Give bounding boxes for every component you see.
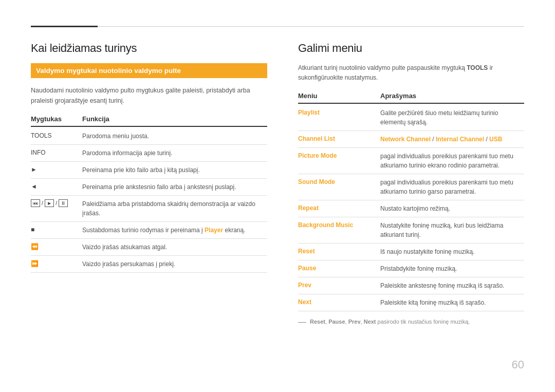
right-title: Galimi meniu <box>298 42 524 55</box>
menu-item-value: Galite peržiūrėti šiuo metu leidžiamų tu… <box>380 108 524 127</box>
table-row: Repeat Nustato kartojimo režimą. <box>298 200 524 217</box>
left-table-header: Mygtukas Funkcija <box>31 115 267 127</box>
table-row: TOOLS Parodoma meniu juosta. <box>31 128 267 145</box>
table-row: Next Paleiskite kitą foninę muziką iš są… <box>298 294 524 311</box>
table-row: ⏮ / ► / ⏸ Paleidžiama arba pristabdoma s… <box>31 196 267 222</box>
menu-item-key: Reset <box>298 247 380 255</box>
menu-link: Pause <box>298 265 316 272</box>
row-value: Pereinama prie kito failo arba į kitą pu… <box>82 165 267 175</box>
table-row: ⏩ Vaizdo įrašas persukamas į priekį. <box>31 256 267 273</box>
menu-item-key: Background Music <box>298 221 380 229</box>
menu-item-value: Nustato kartojimo režimą. <box>380 204 524 213</box>
row-value: Pereinama prie ankstesnio failo arba į a… <box>82 182 267 192</box>
table-row: INFO Parodoma informacija apie turinį. <box>31 145 267 162</box>
menu-link: Playlist <box>298 109 320 116</box>
row-key: ► <box>31 165 82 173</box>
right-description: Atkuriant turinį nuotolinio valdymo pult… <box>298 63 524 83</box>
left-col1-header: Mygtukas <box>31 115 82 123</box>
footnote-text: Reset, Pause, Prev, Next pasirodo tik nu… <box>310 319 470 325</box>
usb-link: USB <box>489 136 502 143</box>
menu-item-key: Next <box>298 298 380 306</box>
highlight-box: Valdymo mygtukai nuotolinio valdymo pult… <box>31 63 267 78</box>
menu-link: Picture Mode <box>298 152 337 159</box>
menu-item-value: Iš naujo nustatykite foninę muziką. <box>380 247 524 256</box>
right-col2-header: Aprašymas <box>380 92 524 100</box>
table-row: Reset Iš naujo nustatykite foninę muziką… <box>298 244 524 260</box>
table-row: Background Music Nustatykite foninę muzi… <box>298 217 524 244</box>
menu-item-key: Pause <box>298 264 380 272</box>
table-row: Playlist Galite peržiūrėti šiuo metu lei… <box>298 105 524 131</box>
row-key: INFO <box>31 148 82 156</box>
table-row: ■ Sustabdomas turinio rodymas ir pereina… <box>31 222 267 239</box>
table-row: Pause Pristabdykite foninę muziką. <box>298 260 524 277</box>
menu-link: Sound Mode <box>298 178 335 185</box>
table-row: Sound Mode pagal individualius poreikius… <box>298 174 524 200</box>
footnote: Reset, Pause, Prev, Next pasirodo tik nu… <box>298 318 524 326</box>
left-title: Kai leidžiamas turinys <box>31 42 267 55</box>
row-key: ⏩ <box>31 259 82 267</box>
menu-item-key: Prev <box>298 281 380 289</box>
menu-item-value: Nustatykite foninę muziką, kuri bus leid… <box>380 221 524 239</box>
row-value: Paleidžiama arba pristabdoma skaidrių de… <box>82 199 267 218</box>
top-line <box>31 26 524 27</box>
menu-link: Channel List <box>298 135 335 142</box>
row-value: Parodoma meniu juosta. <box>82 132 267 141</box>
menu-link: Reset <box>298 248 315 255</box>
menu-link: Prev <box>298 282 311 289</box>
page: Kai leidžiamas turinys Valdymo mygtukai … <box>0 0 555 392</box>
row-key: ■ <box>31 226 82 233</box>
footnote-dash <box>298 322 306 323</box>
menu-item-value: pagal individualius poreikius parenkami … <box>380 152 524 170</box>
player-link: Player <box>205 227 223 234</box>
top-line-separator <box>98 26 524 27</box>
menu-item-value: Network Channel / Internal Channel / USB <box>380 135 524 144</box>
table-row: ◄ Pereinama prie ankstesnio failo arba į… <box>31 179 267 196</box>
menu-item-value: Paleiskite kitą foninę muziką iš sąrašo. <box>380 298 524 307</box>
right-table-header: Meniu Aprašymas <box>298 92 524 104</box>
row-key: ◄ <box>31 182 82 190</box>
row-key: TOOLS <box>31 132 82 139</box>
table-row: Prev Paleiskite ankstesnę foninę muziką … <box>298 277 524 294</box>
right-col1-header: Meniu <box>298 92 380 100</box>
menu-item-key: Repeat <box>298 204 380 212</box>
row-key: ⏪ <box>31 242 82 250</box>
left-description: Naudodami nuotolinio valdymo pulto mygtu… <box>31 85 267 106</box>
network-channel-link: Network Channel <box>380 136 431 143</box>
menu-link: Background Music <box>298 221 353 229</box>
row-value: Vaizdo įrašas atsukamas atgal. <box>82 242 267 252</box>
top-line-accent <box>31 26 98 27</box>
menu-item-value: pagal individualius poreikius parenkami … <box>380 178 524 196</box>
menu-item-key: Playlist <box>298 108 380 116</box>
table-row: Picture Mode pagal individualius poreiki… <box>298 148 524 174</box>
tools-keyword: TOOLS <box>467 64 488 71</box>
left-column: Kai leidžiamas turinys Valdymo mygtukai … <box>31 42 267 353</box>
row-key: ⏮ / ► / ⏸ <box>31 199 82 206</box>
internal-channel-link: Internal Channel <box>436 136 484 143</box>
row-value: Vaizdo įrašas persukamas į priekį. <box>82 259 267 269</box>
row-value: Parodoma informacija apie turinį. <box>82 148 267 158</box>
menu-item-key: Picture Mode <box>298 152 380 159</box>
menu-link: Repeat <box>298 204 319 212</box>
table-row: Channel List Network Channel / Internal … <box>298 131 524 148</box>
row-value: Sustabdomas turinio rodymas ir pereinama… <box>82 226 267 235</box>
left-col2-header: Funkcija <box>82 115 267 123</box>
menu-item-value: Pristabdykite foninę muziką. <box>380 264 524 273</box>
menu-item-key: Sound Mode <box>298 178 380 185</box>
menu-item-key: Channel List <box>298 135 380 142</box>
menu-link: Next <box>298 298 311 306</box>
menu-item-value: Paleiskite ankstesnę foninę muziką iš są… <box>380 281 524 290</box>
right-column: Galimi meniu Atkuriant turinį nuotolinio… <box>298 42 524 353</box>
page-number: 60 <box>31 353 524 371</box>
table-row: ► Pereinama prie kito failo arba į kitą … <box>31 162 267 179</box>
table-row: ⏪ Vaizdo įrašas atsukamas atgal. <box>31 239 267 256</box>
